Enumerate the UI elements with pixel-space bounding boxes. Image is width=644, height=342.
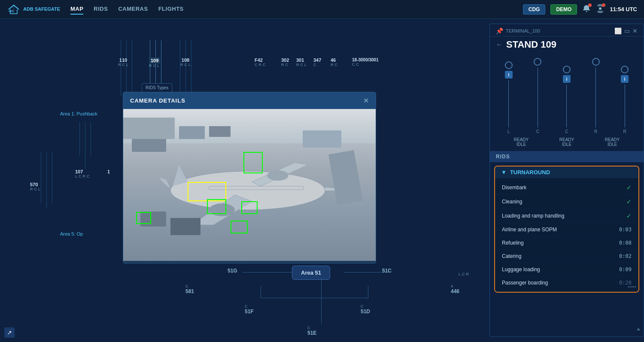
rids-section-label: RIDS <box>490 151 644 162</box>
nav-flights[interactable]: FLIGHTS <box>158 4 184 15</box>
rids-toggle-r[interactable] <box>592 58 600 66</box>
scroll-dot <box>630 286 632 288</box>
stand-581: C 581 <box>185 284 194 294</box>
rids-toggle-l[interactable] <box>505 61 513 69</box>
turnaround-item-boarding: Passenger boarding 0:28 <box>495 276 638 289</box>
stand-570-line-l <box>52 152 52 203</box>
stand-46-label: 46 RC <box>331 58 337 67</box>
stand-446: 4 446 <box>451 284 459 294</box>
clock: 11:54 UTC <box>610 6 637 12</box>
status-l: READY IDLE <box>514 137 529 147</box>
camera-modal: CAMERA DETAILS ✕ <box>123 92 376 263</box>
detection-box-yellow <box>188 182 226 201</box>
stand-301-label: 301 RCL <box>296 58 307 67</box>
rids-pos-l-label: L <box>507 129 510 134</box>
stand-51f: C 51F <box>245 304 254 315</box>
rids-info-r2[interactable]: i <box>621 75 629 83</box>
rids-pos-r-label: R <box>594 129 597 134</box>
rids-pos-c2-label: C <box>565 129 568 134</box>
camera-close-button[interactable]: ✕ <box>363 97 369 105</box>
stand-347-label: 347 C <box>313 58 321 67</box>
detection-box-green-1 <box>243 152 263 173</box>
line-51f <box>261 298 321 298</box>
stand-107-line-r <box>91 122 91 156</box>
stand-570-label: 570 RCL <box>30 182 40 191</box>
airport-badge[interactable]: CDG <box>523 4 546 15</box>
area-51-node[interactable]: Area 51 <box>292 266 330 280</box>
stand-110-line-l <box>132 40 132 96</box>
rids-col-r2: i R <box>621 66 629 134</box>
nav-map[interactable]: MAP <box>70 4 83 15</box>
back-button[interactable]: ← <box>496 41 503 48</box>
stand-570-line-r <box>41 152 41 203</box>
nav-cameras[interactable]: CAMERAS <box>118 4 148 15</box>
notification-dot <box>588 3 592 7</box>
rids-toggles-row: i L C i C R i R <box>490 54 644 134</box>
line-51f-vert <box>261 286 261 298</box>
stand-51d: C 51D <box>361 304 370 315</box>
notification-icon[interactable] <box>582 4 591 15</box>
mode-badge[interactable]: DEMO <box>550 4 577 15</box>
stand-110-line-r <box>121 40 121 96</box>
stand-f42-label: F42 CRC <box>255 58 266 67</box>
stand-108-label: 108 RCL <box>180 58 191 67</box>
stand-51c: 51C <box>382 268 392 274</box>
rids-toggle-c2[interactable] <box>563 66 571 73</box>
stand-109-label[interactable]: 109 RCL <box>149 58 160 68</box>
svg-point-1 <box>599 7 601 10</box>
check-icon-loading: ✓ <box>626 212 632 219</box>
scroll-dot <box>632 286 634 288</box>
stand-302-label: 302 RC <box>281 58 289 67</box>
stand-panel-header: 📌 TERMINAL_100 ⬜ ▭ ✕ <box>490 24 644 36</box>
stand-107-line-l <box>79 122 80 156</box>
stand-51g: 51G <box>228 268 237 274</box>
pin-button[interactable]: 📌 <box>496 27 503 34</box>
rids-line-r2 <box>625 85 625 127</box>
rids-status-row: READY IDLE READY IDLE READY IDLE <box>490 137 644 147</box>
rids-toggle-c[interactable] <box>534 58 541 66</box>
rids-pos-c-label: C <box>536 129 539 134</box>
rids-line-r <box>595 67 596 127</box>
turnaround-panel: ▼ TURNAROUND Disembark ✓ Cleaning ✓ Load… <box>494 166 639 293</box>
stand-107-label: 107 LCRC <box>75 169 90 179</box>
check-icon-disembark: ✓ <box>626 184 632 191</box>
chevron-down-icon[interactable]: ▼ <box>501 169 507 176</box>
stand-title: ← STAND 109 <box>490 36 644 54</box>
turnaround-item-catering: Catering 0:02 <box>495 250 638 263</box>
scroll-dot <box>628 286 629 288</box>
scroll-indicator <box>628 286 636 288</box>
panel-controls: ⬜ ▭ ✕ <box>614 27 638 34</box>
rids-types-tooltip: RIDS Types <box>142 83 172 92</box>
detection-box-green-2 <box>207 199 226 214</box>
stand-1-partial: 1 <box>107 169 110 174</box>
stand-lcr-right: LCR <box>459 272 469 276</box>
navigate-button[interactable]: ↗ <box>4 327 15 338</box>
status-c: READY IDLE <box>559 137 574 147</box>
rids-info-c2[interactable]: i <box>563 75 571 83</box>
detection-box-green-4 <box>136 212 151 224</box>
logo-text: ADB SAFEGATE <box>23 6 60 12</box>
nav-bar: MAP RIDS CAMERAS FLIGHTS <box>70 4 523 15</box>
rids-line-l <box>508 80 509 127</box>
rids-col-l: i L <box>505 61 513 134</box>
status-r: READY IDLE <box>605 137 620 147</box>
turnaround-section-header: ▼ TURNAROUND <box>495 166 638 178</box>
camera-modal-title: CAMERA DETAILS <box>130 97 185 104</box>
close-panel-button[interactable]: ✕ <box>632 27 638 34</box>
turnaround-item-disembark: Disembark ✓ <box>495 181 638 195</box>
ground-equip2 <box>170 218 200 235</box>
line-51d-vert <box>368 286 368 298</box>
broadcast-icon[interactable] <box>596 4 605 15</box>
line-51e <box>321 306 322 324</box>
rids-toggle-r2[interactable] <box>621 66 629 73</box>
rids-col-c2: i C <box>563 66 571 134</box>
logo: ADB ADB SAFEGATE <box>7 3 60 15</box>
maximize-button[interactable]: ▭ <box>624 27 630 34</box>
nav-rids[interactable]: RIDS <box>94 4 108 15</box>
scroll-dot <box>635 286 636 288</box>
rids-info-l[interactable]: i <box>505 71 513 79</box>
rids-col-c: C <box>534 58 541 134</box>
detection-box-green-5 <box>231 221 248 233</box>
rids-line-c2 <box>566 85 567 127</box>
expand-button[interactable]: ⬜ <box>614 27 622 34</box>
